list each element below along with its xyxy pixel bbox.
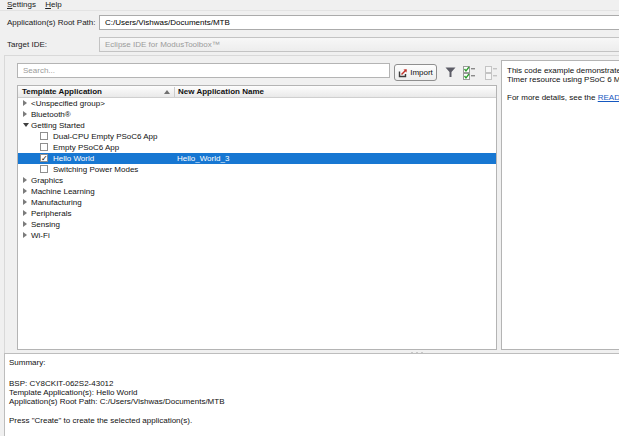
tree-header: Template Application New Application Nam… <box>18 86 496 98</box>
tree-item-label: Empty PSoC6 App <box>53 143 119 152</box>
tree-item-label: Hello World <box>53 154 94 163</box>
project-creator-window: { "menu": { "settings_label": "Settings"… <box>0 0 619 436</box>
new-application-name[interactable]: Hello_World_3 <box>177 154 229 163</box>
tree-item-label: Sensing <box>31 220 60 229</box>
tree-row[interactable]: Peripherals <box>18 208 496 219</box>
summary-title: Summary: <box>9 358 619 367</box>
tree-row[interactable]: <Unspecified group> <box>18 98 496 109</box>
tree-item-label: Peripherals <box>31 209 71 218</box>
tree-row[interactable]: Empty PSoC6 App <box>18 142 496 153</box>
checked-checkbox[interactable]: ✓ <box>40 154 48 162</box>
tree-row[interactable]: Wi-Fi <box>18 230 496 241</box>
tree-row[interactable]: Bluetooth® <box>18 109 496 120</box>
summary-root-path: Application(s) Root Path: C:/Users/Vishw… <box>9 397 619 406</box>
target-ide-field[interactable] <box>99 37 619 52</box>
tree-row[interactable]: Getting Started <box>18 120 496 131</box>
description-line: Timer resource using PSoC 6 MCU <box>507 75 619 84</box>
import-button[interactable]: Import <box>394 64 437 81</box>
unchecked-checkbox[interactable] <box>40 165 48 173</box>
menu-bar: Settings Help <box>0 0 619 11</box>
column-divider[interactable] <box>174 87 175 97</box>
summary-bsp: BSP: CY8CKIT-062S2-43012 <box>9 379 619 388</box>
tree-row[interactable]: Dual-CPU Empty PSoC6 App <box>18 131 496 142</box>
tree-item-label: Graphics <box>31 176 63 185</box>
tree-row[interactable]: Sensing <box>18 219 496 230</box>
summary-footer: Press "Create" to create the selected ap… <box>9 416 619 425</box>
expand-arrow-icon[interactable] <box>23 199 27 205</box>
tree-row[interactable]: Machine Learning <box>18 186 496 197</box>
search-input[interactable] <box>17 63 390 78</box>
tree-item-label: Bluetooth® <box>31 110 71 119</box>
import-icon <box>398 68 408 78</box>
tree-item-label: Wi-Fi <box>31 231 50 240</box>
root-path-label: Application(s) Root Path: <box>7 18 96 27</box>
tree-item-label: Manufacturing <box>31 198 82 207</box>
expand-arrow-icon[interactable] <box>23 100 27 106</box>
description-link-line: For more details, see the README <box>507 93 619 102</box>
unchecked-checkbox[interactable] <box>40 132 48 140</box>
filter-icon[interactable] <box>443 65 458 80</box>
description-line: This code example demonstrates <box>507 66 619 75</box>
check-all-icon[interactable] <box>462 65 477 80</box>
menu-help[interactable]: Help <box>45 0 61 9</box>
tree-item-label: Getting Started <box>31 121 85 130</box>
tree-row[interactable]: Switching Power Modes <box>18 164 496 175</box>
tree-row[interactable]: Manufacturing <box>18 197 496 208</box>
expand-arrow-icon[interactable] <box>23 111 27 117</box>
unchecked-checkbox[interactable] <box>40 143 48 151</box>
readme-link[interactable]: README <box>598 93 619 102</box>
tree-item-label: <Unspecified group> <box>31 99 105 108</box>
sort-ascending-icon <box>164 90 170 94</box>
root-path-input[interactable] <box>99 15 619 30</box>
expand-arrow-icon[interactable] <box>23 232 27 238</box>
expand-arrow-icon[interactable] <box>23 188 27 194</box>
column-header-template-application[interactable]: Template Application <box>22 87 102 96</box>
summary-panel: Summary: BSP: CY8CKIT-062S2-43012 Templa… <box>4 353 619 436</box>
import-button-label: Import <box>410 68 433 77</box>
tree-item-label: Switching Power Modes <box>53 165 138 174</box>
expand-arrow-icon[interactable] <box>23 210 27 216</box>
tree-item-label: Dual-CPU Empty PSoC6 App <box>53 132 158 141</box>
summary-template: Template Application(s): Hello World <box>9 388 619 397</box>
tree-row[interactable]: ✓Hello WorldHello_World_3 <box>18 153 496 164</box>
template-tree-panel: Template Application New Application Nam… <box>17 85 497 350</box>
expand-arrow-icon[interactable] <box>23 221 27 227</box>
tree-item-label: Machine Learning <box>31 187 95 196</box>
tree-row[interactable]: Graphics <box>18 175 496 186</box>
menu-settings[interactable]: Settings <box>7 0 36 9</box>
tree-body: <Unspecified group>Bluetooth®Getting Sta… <box>18 98 496 350</box>
column-header-new-application-name[interactable]: New Application Name <box>178 87 264 96</box>
target-ide-label: Target IDE: <box>7 40 47 49</box>
expand-arrow-icon[interactable] <box>23 177 27 183</box>
description-panel: This code example demonstrates Timer res… <box>501 60 619 350</box>
collapse-arrow-icon[interactable] <box>23 123 29 127</box>
uncheck-all-icon[interactable] <box>484 65 499 80</box>
